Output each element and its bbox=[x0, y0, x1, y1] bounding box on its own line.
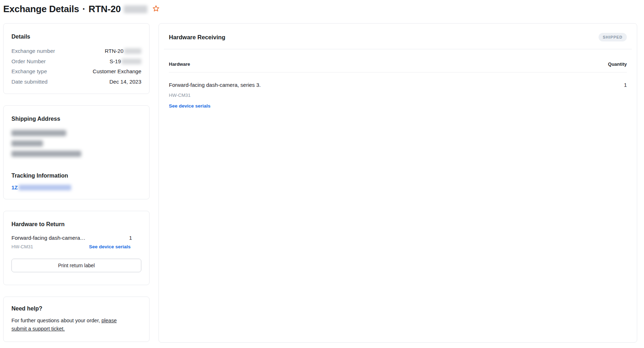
column-header-quantity: Quantity bbox=[608, 61, 627, 67]
column-header-hardware: Hardware bbox=[169, 61, 190, 67]
header-divider bbox=[164, 49, 632, 49]
hardware-table-header: Hardware Quantity bbox=[169, 61, 627, 67]
tracking-number-link[interactable]: 1Z bbox=[11, 184, 71, 190]
print-return-label-button[interactable]: Print return label bbox=[11, 259, 141, 272]
detail-value: Customer Exchange bbox=[93, 66, 141, 77]
detail-label: Exchange type bbox=[11, 66, 47, 77]
need-help-heading: Need help? bbox=[11, 305, 141, 312]
main-content: Details Exchange number RTN-20 Order Num… bbox=[3, 23, 637, 343]
see-device-serials-link[interactable]: See device serials bbox=[169, 103, 210, 109]
see-device-serials-link[interactable]: See device serials bbox=[89, 244, 131, 249]
detail-label: Date submitted bbox=[11, 77, 48, 87]
hardware-receiving-header: Hardware Receiving SHIPPED bbox=[169, 33, 627, 41]
need-help-text-prefix: For further questions about your order, bbox=[11, 318, 101, 323]
redacted-tracking-number bbox=[19, 185, 71, 190]
star-outline-icon bbox=[152, 5, 160, 14]
redacted-exchange-number bbox=[124, 5, 147, 13]
detail-value: RTN-20 bbox=[105, 46, 141, 56]
exchange-details-page: Exchange Details · RTN-20 Details Exchan… bbox=[0, 0, 644, 347]
page-title-text: Exchange Details bbox=[3, 4, 79, 15]
hardware-item-name: Forward-facing dash-camera, series 3. bbox=[169, 82, 261, 88]
status-badge: SHIPPED bbox=[599, 33, 627, 41]
shipping-address-heading: Shipping Address bbox=[11, 116, 141, 122]
quantity-cell: 1 bbox=[624, 82, 627, 88]
hardware-item-sku: HW-CM31 bbox=[169, 93, 261, 98]
tracking-information-heading: Tracking Information bbox=[11, 173, 141, 179]
table-row: Forward-facing dash-camera, series 3. HW… bbox=[169, 82, 627, 109]
tracking-number-prefix: 1Z bbox=[11, 184, 18, 190]
detail-value: Dec 14, 2023 bbox=[109, 77, 141, 87]
right-column: Hardware Receiving SHIPPED Hardware Quan… bbox=[158, 23, 637, 343]
left-column: Details Exchange number RTN-20 Order Num… bbox=[3, 23, 150, 342]
return-item-name: Forward-facing dash-camera… bbox=[11, 235, 86, 241]
favorite-star-button[interactable] bbox=[152, 5, 160, 14]
page-title: Exchange Details · RTN-20 bbox=[3, 4, 147, 15]
title-separator: · bbox=[82, 4, 85, 15]
detail-value: S-19 bbox=[109, 56, 141, 67]
detail-row-order-number: Order Number S-19 bbox=[11, 56, 141, 67]
page-title-row: Exchange Details · RTN-20 bbox=[3, 2, 637, 15]
hardware-receiving-panel: Hardware Receiving SHIPPED Hardware Quan… bbox=[158, 23, 637, 343]
redacted-value bbox=[122, 59, 141, 64]
detail-row-exchange-type: Exchange type Customer Exchange bbox=[11, 66, 141, 77]
details-rows: Exchange number RTN-20 Order Number S-19… bbox=[11, 46, 141, 87]
return-item-subrow: HW-CM31 See device serials bbox=[11, 244, 141, 249]
detail-row-date-submitted: Date submitted Dec 14, 2023 bbox=[11, 77, 141, 87]
return-item-sku: HW-CM31 bbox=[11, 244, 33, 249]
detail-label: Exchange number bbox=[11, 46, 55, 56]
need-help-card: Need help? For further questions about y… bbox=[3, 297, 150, 342]
details-card: Details Exchange number RTN-20 Order Num… bbox=[3, 23, 150, 94]
exchange-number-prefix: RTN-20 bbox=[89, 4, 121, 15]
return-item-row: Forward-facing dash-camera… 1 bbox=[11, 235, 141, 241]
hardware-to-return-heading: Hardware to Return bbox=[11, 221, 141, 228]
need-help-text: For further questions about your order, … bbox=[11, 317, 130, 333]
hardware-receiving-heading: Hardware Receiving bbox=[169, 34, 225, 41]
redacted-address-line bbox=[11, 151, 81, 157]
return-item-quantity: 1 bbox=[129, 235, 132, 241]
hardware-cell: Forward-facing dash-camera, series 3. HW… bbox=[169, 82, 261, 109]
detail-row-exchange-number: Exchange number RTN-20 bbox=[11, 46, 141, 56]
shipping-address-lines bbox=[11, 130, 141, 157]
table-header-divider bbox=[169, 72, 627, 73]
redacted-value bbox=[124, 48, 141, 54]
detail-label: Order Number bbox=[11, 56, 46, 67]
hardware-to-return-card: Hardware to Return Forward-facing dash-c… bbox=[3, 211, 150, 285]
redacted-address-line bbox=[11, 140, 43, 146]
redacted-address-line bbox=[11, 130, 66, 136]
details-heading: Details bbox=[11, 34, 141, 40]
shipping-address-card: Shipping Address Tracking Information 1Z bbox=[3, 105, 150, 199]
